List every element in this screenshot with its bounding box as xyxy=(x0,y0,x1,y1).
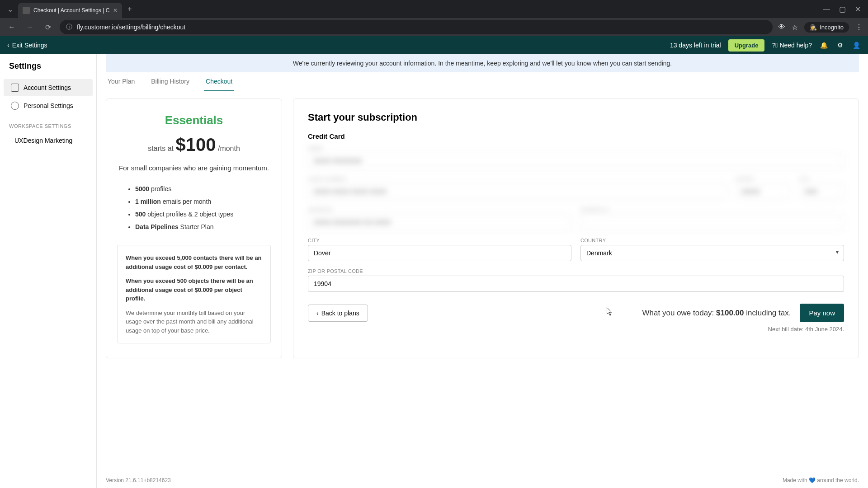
plan-name: Essentials xyxy=(117,113,271,127)
plan-description: For small companies who are gaining mome… xyxy=(117,163,271,173)
app-header: ‹ Exit Settings 13 days left in trial Up… xyxy=(0,36,868,54)
tab-your-plan[interactable]: Your Plan xyxy=(106,72,137,91)
pay-now-button[interactable]: Pay now xyxy=(800,304,844,322)
city-label: CITY xyxy=(308,238,571,243)
checkout-title: Start your subscription xyxy=(308,112,844,123)
list-item: 1 million emails per month xyxy=(135,195,271,208)
bell-icon[interactable]: 🔔 xyxy=(819,41,828,50)
plan-price: starts at $100 /month xyxy=(117,135,271,155)
sidebar-item-account-settings[interactable]: Account Settings xyxy=(4,79,93,96)
browser-tab[interactable]: Checkout | Account Settings | C ✕ xyxy=(18,3,122,18)
sidebar-title: Settings xyxy=(0,61,96,78)
new-tab-button[interactable]: + xyxy=(124,5,135,13)
zip-label: ZIP OR POSTAL CODE xyxy=(308,268,844,274)
amount-owed-text: What you owe today: $100.00 including ta… xyxy=(642,309,791,318)
user-avatar-icon[interactable]: 👤 xyxy=(852,41,861,50)
sidebar-item-workspace[interactable]: UXDesign Marketing xyxy=(0,132,96,149)
tab-search-dropdown[interactable]: ⌄ xyxy=(4,3,16,15)
gear-icon[interactable]: ⚙ xyxy=(835,41,844,50)
bookmark-star-icon[interactable]: ☆ xyxy=(792,23,798,32)
incognito-badge[interactable]: 🕵 Incognito xyxy=(804,22,849,33)
back-icon[interactable]: ← xyxy=(5,21,18,33)
usage-pricing-box: When you exceed 5,000 contacts there wil… xyxy=(117,245,271,343)
list-item: 5000 profiles xyxy=(135,183,271,195)
list-item: 500 object profiles & 2 object types xyxy=(135,208,271,221)
tab-billing-history[interactable]: Billing History xyxy=(149,72,191,91)
eye-off-icon[interactable]: 👁 xyxy=(778,23,785,31)
grid-icon xyxy=(11,84,19,92)
card-details-redacted: NAME CARD NUMBER EXPIRY CVC ADDRESS ADDR… xyxy=(308,145,844,230)
billing-tabs: Your Plan Billing History Checkout xyxy=(106,72,859,91)
forward-icon[interactable]: → xyxy=(24,21,36,33)
next-bill-date: Next bill date: 4th June 2024. xyxy=(308,326,844,333)
upgrade-button[interactable]: Upgrade xyxy=(728,39,765,52)
back-to-plans-button[interactable]: ‹ Back to plans xyxy=(308,305,368,322)
country-label: COUNTRY xyxy=(580,238,844,243)
reload-icon[interactable]: ⟳ xyxy=(42,21,54,33)
chevron-left-icon: ‹ xyxy=(7,42,9,49)
zip-input[interactable] xyxy=(308,276,844,292)
settings-sidebar: Settings Account Settings Personal Setti… xyxy=(0,54,97,488)
browser-menu-icon[interactable]: ⋮ xyxy=(855,23,863,32)
close-tab-icon[interactable]: ✕ xyxy=(113,7,118,14)
url-text: fly.customer.io/settings/billing/checkou… xyxy=(77,23,185,31)
person-icon xyxy=(11,102,19,110)
maximize-icon[interactable]: ▢ xyxy=(839,5,846,14)
exit-settings-link[interactable]: ‹ Exit Settings xyxy=(7,42,47,49)
tab-title: Checkout | Account Settings | C xyxy=(33,7,109,14)
plan-feature-list: 5000 profiles 1 million emails per month… xyxy=(117,183,271,233)
help-circle-icon: ?⃝ xyxy=(772,42,778,49)
chevron-left-icon: ‹ xyxy=(316,310,319,317)
made-with-text: Made with 💙 around the world. xyxy=(783,477,859,483)
review-banner: We're currently reviewing your account i… xyxy=(106,54,859,72)
address-bar: ← → ⟳ ⓘ fly.customer.io/settings/billing… xyxy=(0,18,868,36)
incognito-icon: 🕵 xyxy=(810,24,817,31)
close-window-icon[interactable]: ✕ xyxy=(855,5,861,14)
sidebar-item-personal-settings[interactable]: Personal Settings xyxy=(4,97,93,114)
country-select[interactable]: Denmark xyxy=(580,245,844,261)
list-item: Data Pipelines Starter Plan xyxy=(135,221,271,233)
need-help-link[interactable]: ?⃝ Need help? xyxy=(772,42,812,49)
minimize-icon[interactable]: — xyxy=(823,5,830,14)
checkout-form-card: Start your subscription Credit Card NAME… xyxy=(293,99,859,358)
browser-tab-strip: ⌄ Checkout | Account Settings | C ✕ + — … xyxy=(0,0,868,18)
site-info-icon[interactable]: ⓘ xyxy=(66,23,72,31)
workspace-section-label: WORKSPACE SETTINGS xyxy=(0,115,96,132)
favicon xyxy=(23,7,30,14)
url-input[interactable]: ⓘ fly.customer.io/settings/billing/check… xyxy=(60,20,773,34)
version-text: Version 21.6.11+b8214623 xyxy=(106,477,171,483)
city-input[interactable] xyxy=(308,245,571,261)
tab-checkout[interactable]: Checkout xyxy=(204,72,234,91)
page-footer: Version 21.6.11+b8214623 Made with 💙 aro… xyxy=(97,473,868,488)
plan-summary-card: Essentials starts at $100 /month For sma… xyxy=(106,99,282,358)
trial-days-text: 13 days left in trial xyxy=(670,42,721,49)
credit-card-label: Credit Card xyxy=(308,132,844,140)
